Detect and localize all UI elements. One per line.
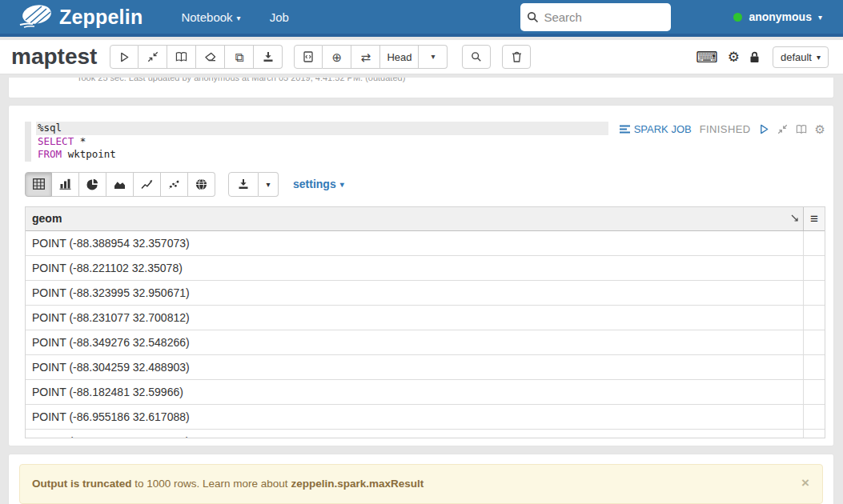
search-input[interactable] [544, 10, 656, 24]
user-menu[interactable]: anonymous ▾ [733, 10, 822, 23]
table-cell-stub [803, 281, 825, 305]
permissions-button[interactable] [749, 51, 760, 63]
download-icon [238, 178, 249, 190]
clone-note-button[interactable]: ⧉ [225, 45, 254, 69]
interpreter-binding-button[interactable]: default ▾ [773, 46, 829, 68]
pie-chart-icon [86, 178, 98, 190]
table-row[interactable]: POINT (-88.182481 32.59966) [26, 380, 825, 405]
toolbar-right-icons: ⌨ ⚙ default ▾ [696, 46, 829, 68]
spark-job-link[interactable]: SPARK JOB [620, 123, 692, 135]
note-body: Took 25 sec. Last updated by anonymous a… [0, 75, 843, 504]
scatter-chart-button[interactable] [161, 172, 188, 197]
table-cell-geom: POINT (-86.955186 32.617088) [26, 405, 803, 429]
column-menu-button[interactable]: ≡ [803, 207, 825, 230]
search-box[interactable] [520, 3, 671, 31]
search-icon [471, 51, 482, 62]
table-cell-stub [803, 256, 825, 280]
gear-icon: ⚙ [728, 50, 740, 64]
table-cell-geom: POINT (-88.349276 32.548266) [26, 330, 803, 354]
table-cell-geom: POINT (-87.053123 32.673434) [26, 430, 803, 438]
zeppelin-brand[interactable]: Zeppelin [18, 4, 143, 30]
search-icon [527, 11, 539, 23]
line-chart-button[interactable] [134, 172, 161, 197]
compress-icon [777, 124, 788, 134]
column-header-geom[interactable]: geom [26, 207, 803, 230]
table-cell-geom: POINT (-88.182481 32.59966) [26, 380, 803, 404]
table-cell-stub [803, 405, 825, 429]
gear-icon: ⚙ [815, 123, 825, 135]
eraser-icon [204, 52, 216, 62]
table-row[interactable]: POINT (-88.221102 32.35078) [26, 256, 825, 281]
run-all-button[interactable] [110, 45, 138, 69]
download-data-button[interactable] [228, 172, 259, 197]
table-row[interactable]: POINT (-87.053123 32.673434) [26, 430, 825, 438]
area-chart-icon [114, 179, 126, 190]
export-note-button[interactable] [254, 45, 283, 69]
target-icon: ⊕ [332, 51, 343, 63]
code-editor[interactable]: %sql SELECT * FROM wktpoint [25, 122, 608, 162]
clear-output-button[interactable] [196, 45, 225, 69]
commit-version-button[interactable] [294, 45, 323, 69]
table-row[interactable]: POINT (-86.955186 32.617088) [26, 405, 825, 430]
play-icon [119, 52, 130, 62]
pie-chart-button[interactable] [79, 172, 106, 197]
nav-notebook[interactable]: Notebook ▾ [181, 10, 240, 24]
top-navbar: Zeppelin Notebook ▾ Job anonymous ▾ [0, 0, 843, 37]
revision-label-button[interactable]: Head [380, 45, 419, 69]
code-line-magic: %sql [36, 122, 608, 135]
book-icon [796, 124, 807, 134]
table-row[interactable]: POINT (-88.349276 32.548266) [26, 330, 825, 355]
table-view-button[interactable] [25, 172, 52, 197]
revision-label: Head [387, 51, 411, 63]
table-row[interactable]: POINT (-88.304259 32.488903) [26, 355, 825, 380]
result-table[interactable]: geom ≡ POINT (-88.388954 32.357073) POIN… [25, 206, 825, 438]
compare-revisions-button[interactable]: ⇄ [351, 45, 380, 69]
nav-job[interactable]: Job [270, 10, 289, 24]
table-icon [33, 178, 45, 190]
table-cell-geom: POINT (-88.323995 32.950671) [26, 281, 803, 305]
zeppelin-logo-icon [18, 4, 53, 30]
search-code-button[interactable] [462, 45, 491, 69]
chevron-down-icon: ▾ [817, 53, 821, 62]
line-chart-icon [141, 179, 153, 190]
delete-note-button[interactable] [502, 45, 531, 69]
table-cell-geom: POINT (-88.231077 32.700812) [26, 306, 803, 330]
collapse-editor-button[interactable] [777, 124, 788, 134]
shortcuts-button[interactable]: ⌨ [696, 50, 717, 65]
paragraph-settings-button[interactable]: ⚙ [815, 123, 825, 135]
table-row[interactable]: POINT (-88.388954 32.357073) [26, 231, 825, 256]
download-group: ▾ [228, 172, 279, 197]
user-name: anonymous [749, 10, 812, 23]
download-options-button[interactable]: ▾ [259, 172, 279, 197]
chart-settings-toggle[interactable]: settings ▾ [293, 178, 344, 190]
paragraph-footer-status: Took 25 sec. Last updated by anonymous a… [77, 78, 405, 82]
collapse-code-button[interactable] [138, 45, 167, 69]
keyboard-icon: ⌨ [696, 50, 717, 65]
resize-diagonal-icon [791, 214, 798, 222]
show-output-button[interactable] [167, 45, 196, 69]
column-sort-handle[interactable] [791, 214, 798, 222]
area-chart-button[interactable] [106, 172, 134, 197]
chevron-down-icon: ▾ [266, 180, 270, 189]
table-row[interactable]: POINT (-88.231077 32.700812) [26, 306, 825, 330]
table-row[interactable]: POINT (-88.323995 32.950671) [26, 281, 825, 306]
close-icon[interactable]: × [801, 476, 809, 490]
run-paragraph-button[interactable] [759, 124, 769, 134]
chevron-down-icon: ▾ [340, 180, 344, 189]
paragraph-controls: SPARK JOB FINISHED [620, 122, 825, 136]
bar-chart-button[interactable] [52, 172, 79, 197]
code-line-select: SELECT * [36, 135, 608, 149]
hamburger-menu-icon: ≡ [810, 212, 818, 226]
set-revision-button[interactable]: ⊕ [323, 45, 351, 69]
revision-dropdown-button[interactable]: ▾ [419, 45, 448, 69]
map-view-button[interactable] [188, 172, 215, 197]
show-editor-button[interactable] [796, 124, 807, 134]
alert-card: Output is truncated to 1000 rows. Learn … [8, 454, 834, 504]
swap-arrows-icon: ⇄ [361, 51, 371, 63]
table-cell-stub [803, 330, 825, 354]
note-title[interactable]: maptest [11, 46, 97, 68]
table-cell-geom: POINT (-88.221102 32.35078) [26, 256, 803, 280]
clone-icon: ⧉ [235, 51, 244, 63]
note-settings-button[interactable]: ⚙ [728, 50, 740, 64]
chevron-down-icon: ▾ [431, 53, 435, 61]
